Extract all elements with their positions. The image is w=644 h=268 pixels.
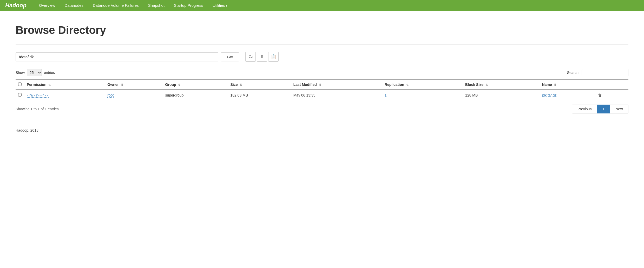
row-name: jdk.tar.gz <box>539 90 594 101</box>
upload-icon: ⬆ <box>260 54 264 60</box>
group-text: supergroup <box>165 93 184 97</box>
row-replication: 1 <box>382 90 463 101</box>
previous-button[interactable]: Previous <box>572 105 597 113</box>
nav-link-datanodes[interactable]: Datanodes <box>60 0 88 11</box>
table-header-row: Permission ⇅ Owner ⇅ Group ⇅ Size ⇅ Last… <box>16 80 628 90</box>
path-input[interactable] <box>16 52 218 61</box>
nav-link-utilities[interactable]: Utilities <box>208 0 232 11</box>
search-box: Search: <box>567 69 628 76</box>
row-delete: 🗑 <box>594 90 628 101</box>
th-last-modified[interactable]: Last Modified ⇅ <box>291 80 382 90</box>
file-name-link[interactable]: jdk.tar.gz <box>542 93 556 97</box>
th-owner[interactable]: Owner ⇅ <box>105 80 162 90</box>
nav-link-datanode-volume-failures[interactable]: Datanode Volume Failures <box>88 0 143 11</box>
page-title: Browse Directory <box>16 24 628 36</box>
nav-link-snapshot[interactable]: Snapshot <box>143 0 169 11</box>
table-footer: Showing 1 to 1 of 1 entries Previous 1 N… <box>16 105 628 113</box>
nav-link-overview[interactable]: Overview <box>34 0 60 11</box>
sort-icon-block-size: ⇅ <box>485 83 488 86</box>
file-table: Permission ⇅ Owner ⇅ Group ⇅ Size ⇅ Last… <box>16 79 628 101</box>
size-text: 182.03 MB <box>230 93 248 97</box>
table-controls-top: Show 10 25 50 100 entries Search: <box>16 69 628 76</box>
th-actions <box>594 80 628 90</box>
sort-icon-owner: ⇅ <box>121 83 123 86</box>
sort-icon-replication: ⇅ <box>406 83 409 86</box>
sort-icon-name: ⇅ <box>554 83 556 86</box>
row-size: 182.03 MB <box>228 90 291 101</box>
entries-label: entries <box>44 71 55 75</box>
permission-text: -rw-r--r-- <box>27 93 49 98</box>
show-label: Show <box>16 71 25 75</box>
sort-icon-permission: ⇅ <box>48 83 51 86</box>
select-all-checkbox[interactable] <box>18 82 22 86</box>
sort-icon-group: ⇅ <box>178 83 180 86</box>
pagination: Previous 1 Next <box>572 105 628 113</box>
last-modified-text: May 06 13:35 <box>293 93 316 97</box>
upload-icon-button[interactable]: ⬆ <box>257 52 267 62</box>
table-row: -rw-r--r-- root supergroup 182.03 MB May… <box>16 90 628 101</box>
nav-item-startup-progress[interactable]: Startup Progress <box>169 0 208 11</box>
navbar: Hadoop Overview Datanodes Datanode Volum… <box>0 0 644 11</box>
th-block-size[interactable]: Block Size ⇅ <box>463 80 539 90</box>
delete-button[interactable]: 🗑 <box>596 92 604 98</box>
th-size[interactable]: Size ⇅ <box>228 80 291 90</box>
showing-text: Showing 1 to 1 of 1 entries <box>16 107 59 111</box>
entries-select[interactable]: 10 25 50 100 <box>27 69 42 76</box>
path-bar: Go! 🗂 ⬆ 📋 <box>16 52 628 62</box>
main-content: Browse Directory Go! 🗂 ⬆ 📋 Show 10 25 50… <box>0 11 644 143</box>
nav-link-startup-progress[interactable]: Startup Progress <box>169 0 208 11</box>
list-icon: 📋 <box>271 54 276 60</box>
nav-item-snapshot[interactable]: Snapshot <box>143 0 169 11</box>
next-button[interactable]: Next <box>610 105 628 113</box>
row-last-modified: May 06 13:35 <box>291 90 382 101</box>
nav-item-overview[interactable]: Overview <box>34 0 60 11</box>
row-owner: root <box>105 90 162 101</box>
folder-icon: 🗂 <box>248 54 253 59</box>
list-icon-button[interactable]: 📋 <box>268 52 279 62</box>
search-input[interactable] <box>582 69 628 76</box>
nav-item-utilities[interactable]: Utilities <box>208 0 232 11</box>
th-permission[interactable]: Permission ⇅ <box>24 80 105 90</box>
block-size-text: 128 MB <box>465 93 478 97</box>
th-name[interactable]: Name ⇅ <box>539 80 594 90</box>
icon-buttons: 🗂 ⬆ 📋 <box>245 52 279 62</box>
navbar-brand[interactable]: Hadoop <box>5 2 27 9</box>
row-checkbox-0[interactable] <box>18 93 22 97</box>
search-label: Search: <box>567 71 580 75</box>
navbar-links: Overview Datanodes Datanode Volume Failu… <box>34 0 232 11</box>
replication-link[interactable]: 1 <box>385 93 387 97</box>
row-block-size: 128 MB <box>463 90 539 101</box>
nav-item-datanodes[interactable]: Datanodes <box>60 0 88 11</box>
owner-text: root <box>107 93 114 98</box>
sort-icon-last-modified: ⇅ <box>319 83 321 86</box>
sort-icon-size: ⇅ <box>240 83 242 86</box>
th-group[interactable]: Group ⇅ <box>163 80 228 90</box>
row-group: supergroup <box>163 90 228 101</box>
footer-divider <box>16 124 628 124</box>
page-1-button[interactable]: 1 <box>597 105 610 113</box>
nav-item-datanode-volume-failures[interactable]: Datanode Volume Failures <box>88 0 143 11</box>
folder-icon-button[interactable]: 🗂 <box>245 52 256 62</box>
go-button[interactable]: Go! <box>221 52 239 61</box>
row-checkbox-cell <box>16 90 24 101</box>
th-replication[interactable]: Replication ⇅ <box>382 80 463 90</box>
footer-text: Hadoop, 2018. <box>16 128 628 132</box>
row-permission: -rw-r--r-- <box>24 90 105 101</box>
title-divider <box>16 44 628 44</box>
show-entries: Show 10 25 50 100 entries <box>16 69 55 76</box>
select-all-header <box>16 80 24 90</box>
